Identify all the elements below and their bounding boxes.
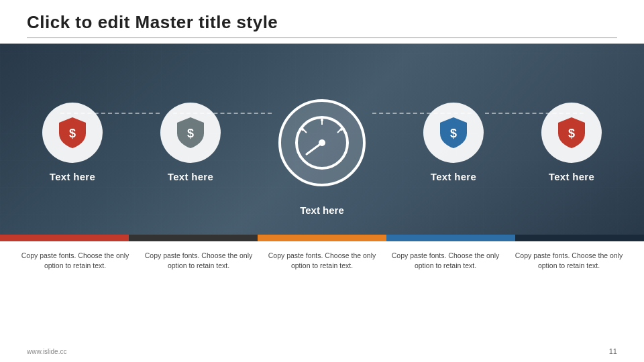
svg-text:$: $ bbox=[69, 127, 76, 140]
shield-red2-icon: $ bbox=[557, 116, 586, 149]
page-title: Click to edit Master title style bbox=[27, 12, 617, 33]
svg-point-9 bbox=[301, 128, 304, 131]
bar-red bbox=[0, 235, 129, 241]
icon-item-center bbox=[278, 99, 366, 186]
shield-red-icon: $ bbox=[58, 116, 87, 149]
svg-text:$: $ bbox=[187, 127, 194, 140]
icon-label-2: Text here bbox=[168, 171, 213, 182]
bar-darkblue bbox=[515, 235, 644, 241]
circle-1: $ bbox=[42, 103, 103, 163]
desc-item-3: Copy paste fonts. Choose the only option… bbox=[260, 251, 384, 271]
gauge-container bbox=[281, 102, 363, 184]
svg-text:$: $ bbox=[568, 127, 575, 140]
svg-point-8 bbox=[321, 119, 323, 121]
circle-5: $ bbox=[541, 103, 602, 163]
header-divider bbox=[27, 37, 617, 38]
footer: www.islide.cc 11 bbox=[27, 347, 617, 355]
circle-4: $ bbox=[423, 103, 484, 163]
icon-item-2: $ Text here bbox=[160, 103, 221, 182]
svg-point-10 bbox=[340, 128, 343, 131]
desc-item-4: Copy paste fonts. Choose the only option… bbox=[384, 251, 507, 271]
bar-dark bbox=[129, 235, 258, 241]
icon-label-4: Text here bbox=[431, 171, 476, 182]
shield-gray-icon: $ bbox=[176, 116, 205, 149]
bar-blue bbox=[386, 235, 515, 241]
desc-item-5: Copy paste fonts. Choose the only option… bbox=[507, 251, 631, 271]
icon-item-5: $ Text here bbox=[541, 103, 602, 182]
footer-url: www.islide.cc bbox=[27, 348, 66, 355]
footer-page-number: 11 bbox=[609, 347, 617, 355]
main-image-section: $ Text here $ Text here bbox=[0, 44, 644, 241]
gauge-icon bbox=[292, 113, 352, 173]
desc-item-1: Copy paste fonts. Choose the only option… bbox=[13, 251, 137, 271]
circle-center bbox=[278, 99, 366, 186]
descriptions-row: Copy paste fonts. Choose the only option… bbox=[0, 241, 644, 271]
svg-point-7 bbox=[319, 139, 325, 146]
bar-orange bbox=[258, 235, 386, 241]
circle-2: $ bbox=[160, 103, 221, 163]
shield-blue-icon: $ bbox=[439, 116, 468, 149]
desc-item-2: Copy paste fonts. Choose the only option… bbox=[137, 251, 260, 271]
center-label: Text here bbox=[300, 204, 344, 216]
icon-item-1: $ Text here bbox=[42, 103, 103, 182]
color-bars bbox=[0, 235, 644, 241]
icon-label-1: Text here bbox=[50, 171, 95, 182]
svg-text:$: $ bbox=[450, 127, 457, 140]
header: Click to edit Master title style bbox=[0, 0, 644, 44]
icon-item-4: $ Text here bbox=[423, 103, 484, 182]
icon-label-5: Text here bbox=[549, 171, 594, 182]
